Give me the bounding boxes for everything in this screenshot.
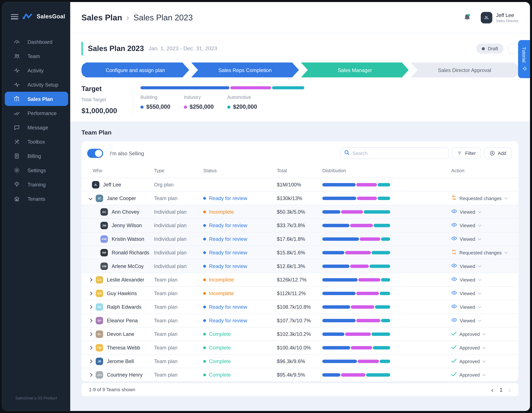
row-action-label: Viewed — [460, 236, 475, 242]
team-plan-section: Team Plan I'm also Selling — [70, 122, 530, 411]
row-action-dropdown[interactable]: Requested changes — [451, 249, 512, 256]
chevron-down-icon — [478, 305, 481, 308]
status-dot-icon — [203, 374, 206, 376]
row-person-name: Jeff Lee — [103, 182, 121, 187]
legend-dot-icon — [227, 105, 230, 108]
row-expander[interactable] — [88, 333, 93, 335]
stepper-step-sales-director-approval[interactable]: Sales Director Approval — [411, 62, 519, 77]
row-action-dropdown[interactable]: Approved — [451, 345, 512, 351]
distribution-segment — [322, 224, 350, 227]
row-distribution-bar — [322, 210, 390, 213]
row-expander[interactable] — [88, 374, 93, 376]
row-status: Complete — [203, 331, 277, 337]
sidebar-item-dashboard[interactable]: Dashboard — [5, 35, 68, 49]
user-menu[interactable]: JL Jeff Lee Sales Director — [481, 12, 518, 23]
user-name: Jeff Lee — [496, 12, 518, 18]
sidebar-item-billing[interactable]: Billing — [5, 149, 68, 163]
search-input[interactable] — [352, 150, 445, 156]
plan-header: Sales Plan 2023 Jan. 1, 2023 - Dec. 31, … — [70, 33, 530, 55]
row-total: $15.8k/1.6% — [277, 250, 322, 256]
row-status: Complete — [203, 358, 277, 364]
stepper-step-sales-reps-completion[interactable]: Sales Reps Completion — [191, 62, 299, 77]
row-person-name: Ronald Richards — [112, 250, 149, 256]
target-bar-segment-automotive — [272, 86, 304, 89]
sidebar-item-toolbox[interactable]: Toolbox — [5, 135, 68, 149]
legend-value: $550,000 — [146, 104, 170, 110]
sidebar-item-training[interactable]: Training — [5, 177, 68, 192]
row-expander[interactable] — [88, 197, 93, 199]
sidebar-item-activity[interactable]: Activity — [5, 63, 68, 78]
row-expander[interactable] — [88, 346, 93, 349]
legend-name: Automotive — [227, 94, 257, 100]
sidebar-item-tenants[interactable]: Tenants — [5, 192, 68, 206]
chevron-down-icon — [478, 237, 481, 240]
row-status: Complete — [203, 372, 277, 378]
tutorial-tab[interactable]: Tutorial — [518, 40, 530, 78]
row-plan-type: Team plan — [154, 290, 203, 296]
row-action-dropdown[interactable]: Viewed — [451, 318, 512, 323]
row-action-dropdown[interactable]: Viewed — [451, 277, 512, 283]
row-action-dropdown[interactable]: Viewed — [451, 223, 512, 228]
approved-icon — [451, 331, 457, 337]
plan-options-button[interactable] — [508, 44, 519, 54]
row-expander[interactable] — [88, 292, 93, 295]
row-plan-type: Individual plan — [154, 223, 203, 228]
row-action-dropdown[interactable]: Approved — [451, 331, 512, 337]
stepper-step-sales-manager[interactable]: Sales Manager — [301, 62, 409, 77]
prev-page-button[interactable]: ‹ — [491, 386, 494, 393]
row-plan-type: Team plan — [154, 358, 203, 364]
chevron-down-icon — [478, 318, 481, 322]
row-action-dropdown[interactable]: Approved — [451, 372, 512, 378]
sidebar-item-label: Team — [28, 53, 40, 59]
distribution-segment — [322, 237, 359, 241]
filter-button[interactable]: Filter — [452, 148, 481, 159]
also-selling-toggle[interactable] — [87, 149, 103, 158]
row-status: Incomplete — [203, 290, 277, 296]
breadcrumb-sales-plan[interactable]: Sales Plan — [81, 13, 122, 22]
row-action-dropdown[interactable]: Viewed — [451, 304, 512, 310]
sidebar-item-sales-plan[interactable]: Sales Plan — [5, 92, 68, 106]
stepper-step-configure-and-assign-plan[interactable]: Configure and assign plan — [81, 62, 189, 77]
add-button[interactable]: Add — [484, 148, 512, 159]
row-person-name: Ralph Edwards — [107, 304, 141, 310]
row-action-dropdown[interactable]: Approved — [451, 358, 512, 364]
sidebar-item-label: Settings — [28, 167, 46, 173]
row-distribution-bar — [322, 292, 390, 295]
requested-icon — [451, 249, 457, 256]
viewed-icon — [451, 277, 457, 283]
status-dot-icon — [203, 333, 206, 335]
row-status: Ready for review — [203, 318, 277, 323]
row-action-dropdown[interactable]: Viewed — [451, 236, 512, 242]
viewed-icon — [451, 290, 457, 296]
avatar: CH — [96, 371, 103, 378]
row-expander[interactable] — [88, 278, 93, 281]
row-action-dropdown[interactable]: Viewed — [451, 209, 512, 215]
sidebar-item-settings[interactable]: Settings — [5, 163, 68, 177]
distribution-segment — [322, 305, 350, 308]
table-row-ronald-richards: RR Ronald Richards Individual plan Ready… — [81, 246, 518, 259]
sidebar-item-message[interactable]: Message — [5, 120, 68, 135]
viewed-icon — [451, 304, 457, 310]
legend-name: Building — [141, 94, 170, 100]
row-action-dropdown[interactable]: Viewed — [451, 290, 512, 296]
distribution-segment — [322, 332, 344, 336]
row-expander[interactable] — [88, 319, 93, 322]
next-page-button[interactable]: › — [509, 386, 511, 393]
sidebar-item-activity-setup[interactable]: Activity Setup — [5, 77, 68, 92]
hamburger-menu-icon[interactable] — [11, 14, 18, 19]
approved-icon — [451, 358, 457, 364]
notification-bell-icon[interactable] — [463, 13, 471, 22]
sidebar-item-team[interactable]: Team — [5, 49, 68, 63]
row-total: $1M/100% — [277, 182, 322, 187]
current-page[interactable]: 1 — [500, 387, 503, 393]
table-row-jeff-lee: JL Jeff Lee Org plan $1M/100% — [81, 177, 518, 191]
sidebar-item-performance[interactable]: Performance — [5, 106, 68, 120]
avatar: JL — [92, 181, 99, 188]
approved-icon — [451, 345, 457, 351]
row-action-dropdown[interactable]: Requested changes — [451, 195, 512, 201]
row-action-dropdown[interactable]: Viewed — [451, 263, 512, 269]
row-person-name: Theresa Webb — [107, 345, 140, 351]
row-expander[interactable] — [88, 360, 93, 363]
distribution-segment — [358, 359, 379, 363]
row-expander[interactable] — [88, 305, 93, 308]
